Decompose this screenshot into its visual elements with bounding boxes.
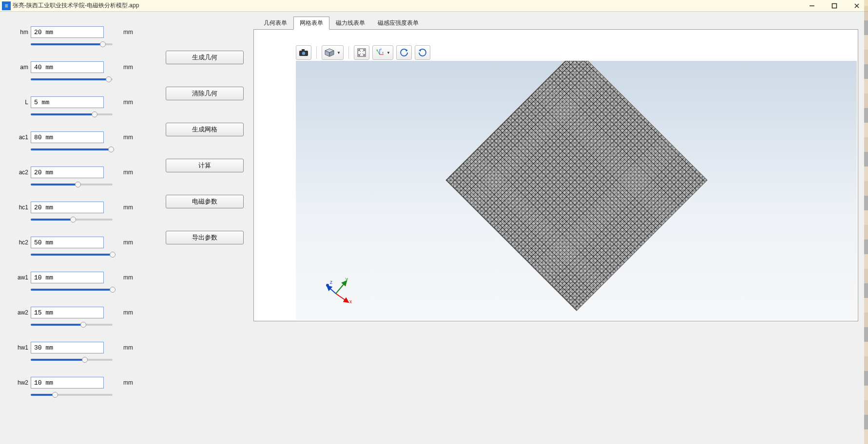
export-parameters-button[interactable]: 导出参数: [166, 231, 244, 244]
param-unit: mm: [123, 274, 133, 281]
right-panel: 几何表单网格表单磁力线表单磁感应强度表单 ▼: [253, 12, 868, 444]
param-unit: mm: [123, 64, 133, 71]
param-unit: mm: [123, 344, 133, 351]
svg-rect-1: [832, 4, 837, 8]
param-label: ac1: [15, 134, 28, 141]
param-label: hm: [15, 29, 28, 36]
tab-bar: 几何表单网格表单磁力线表单磁感应强度表单: [257, 17, 858, 30]
graphics-canvas[interactable]: x y z: [296, 61, 857, 320]
param-row-hw2: hw2mm: [15, 377, 146, 398]
param-input-am[interactable]: [31, 61, 104, 73]
svg-text:z: z: [380, 48, 382, 51]
param-unit: mm: [123, 309, 133, 316]
svg-point-26: [326, 284, 329, 287]
param-slider-aw2[interactable]: [31, 321, 113, 328]
param-unit: mm: [123, 99, 133, 106]
svg-line-25: [327, 286, 336, 294]
zoom-fit-icon: [357, 48, 366, 57]
param-input-ac2[interactable]: [31, 166, 104, 178]
param-label: aw1: [15, 274, 28, 281]
param-row-hc1: hc1mm: [15, 202, 146, 223]
param-slider-hw2[interactable]: [31, 391, 113, 398]
actions-column: 生成几何 清除几何 生成网格 计算 电磁参数 导出参数: [146, 26, 244, 434]
tab-geom[interactable]: 几何表单: [257, 17, 293, 30]
param-slider-aw1[interactable]: [31, 286, 113, 293]
param-slider-am[interactable]: [31, 76, 113, 83]
compute-button[interactable]: 计算: [166, 159, 244, 172]
param-label: hc1: [15, 204, 28, 211]
right-edge-decoration: [864, 0, 868, 444]
svg-line-13: [359, 54, 361, 56]
generate-geometry-button[interactable]: 生成几何: [166, 51, 244, 64]
rotate-cw-button[interactable]: [415, 45, 430, 60]
param-label: aw2: [15, 309, 28, 316]
param-input-aw2[interactable]: [31, 307, 104, 318]
param-row-ac1: ac1mm: [15, 131, 146, 153]
param-row-hm: hmmm: [15, 26, 146, 48]
maximize-button[interactable]: [823, 0, 846, 12]
svg-text:y: y: [376, 48, 378, 51]
param-slider-hm[interactable]: [31, 41, 113, 48]
param-row-L: Lmm: [15, 96, 146, 118]
param-input-hc1[interactable]: [31, 202, 104, 213]
title-bar: ≡ 张亮-陕西工业职业技术学院-电磁铁分析模型.app: [0, 0, 868, 12]
param-unit: mm: [123, 134, 133, 141]
param-slider-ac2[interactable]: [31, 181, 113, 188]
param-unit: mm: [123, 204, 133, 211]
param-unit: mm: [123, 379, 133, 386]
toolbar-separator: [316, 46, 317, 59]
param-input-hw1[interactable]: [31, 342, 104, 353]
axis-x-label: x: [349, 299, 352, 304]
clear-geometry-button[interactable]: 清除几何: [166, 87, 244, 100]
viewer-frame: ▼ xyz ▼: [253, 29, 858, 321]
rotate-ccw-button[interactable]: [396, 45, 412, 60]
generate-mesh-button[interactable]: 生成网格: [166, 123, 244, 136]
param-label: am: [15, 64, 28, 71]
param-label: L: [15, 99, 28, 106]
param-row-am: ammm: [15, 61, 146, 83]
zoom-fit-button[interactable]: [354, 45, 369, 60]
left-panel: hmmmammmLmmac1mmac2mmhc1mmhc2mmaw1mmaw2m…: [0, 12, 253, 444]
minimize-button[interactable]: [801, 0, 823, 12]
param-label: hw1: [15, 344, 28, 351]
param-label: hc2: [15, 239, 28, 246]
param-input-ac1[interactable]: [31, 131, 104, 143]
param-row-hw1: hw1mm: [15, 342, 146, 363]
param-input-L[interactable]: [31, 96, 104, 108]
axis-z-label: z: [330, 279, 332, 285]
svg-line-12: [363, 50, 365, 52]
camera-icon: [299, 49, 309, 56]
param-input-hw2[interactable]: [31, 377, 104, 388]
param-label: ac2: [15, 169, 28, 176]
param-slider-L[interactable]: [31, 111, 113, 118]
svg-line-23: [336, 294, 348, 302]
window-controls: [801, 0, 868, 12]
param-unit: mm: [123, 169, 133, 176]
axes-orientation-button[interactable]: xyz ▼: [372, 45, 393, 60]
param-input-hc2[interactable]: [31, 237, 104, 248]
tab-mesh[interactable]: 网格表单: [293, 17, 329, 30]
view-cube-button[interactable]: ▼: [322, 45, 344, 60]
rotate-ccw-icon: [400, 48, 408, 57]
tab-bfield[interactable]: 磁感应强度表单: [371, 17, 425, 30]
param-slider-hw1[interactable]: [31, 356, 113, 363]
window-title: 张亮-陕西工业职业技术学院-电磁铁分析模型.app: [13, 1, 139, 10]
app-body: hmmmammmLmmac1mmac2mmhc1mmhc2mmaw1mmaw2m…: [0, 12, 868, 444]
mesh-surface: [445, 61, 707, 311]
param-input-aw1[interactable]: [31, 272, 104, 283]
camera-snapshot-button[interactable]: [296, 45, 311, 60]
toolbar-separator: [348, 46, 349, 59]
param-slider-hc1[interactable]: [31, 216, 113, 223]
tab-flux[interactable]: 磁力线表单: [329, 17, 371, 30]
param-slider-ac1[interactable]: [31, 146, 113, 153]
svg-point-6: [302, 52, 305, 55]
svg-marker-21: [405, 49, 408, 52]
param-input-hm[interactable]: [31, 26, 104, 38]
param-slider-hc2[interactable]: [31, 251, 113, 258]
axes-orientation-icon: xyz: [375, 48, 384, 57]
param-row-hc2: hc2mm: [15, 237, 146, 258]
em-parameters-button[interactable]: 电磁参数: [166, 195, 244, 208]
param-row-aw1: aw1mm: [15, 272, 146, 293]
svg-text:x: x: [382, 51, 384, 54]
svg-line-14: [363, 54, 365, 56]
